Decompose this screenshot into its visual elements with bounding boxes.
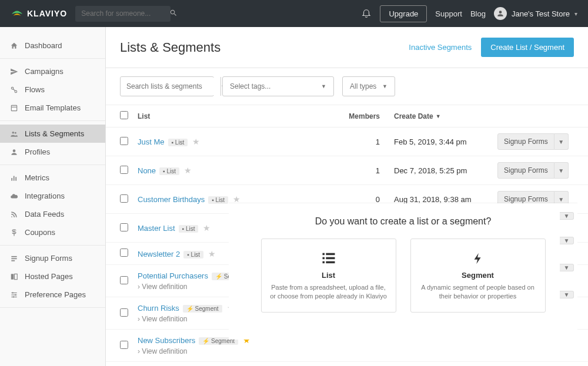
filter-search-input[interactable] <box>121 78 220 95</box>
types-filter-label: All types <box>350 82 376 90</box>
filter-search[interactable] <box>120 76 214 96</box>
row-checkbox[interactable] <box>120 276 128 284</box>
types-filter-dropdown[interactable]: All types ▼ <box>342 76 395 96</box>
svg-rect-9 <box>11 258 16 259</box>
create-modal: Do you want to create a list or a segmen… <box>229 203 577 340</box>
sidebar-item-signup-forms[interactable]: Signup Forms <box>0 249 105 267</box>
rss-icon <box>9 210 19 219</box>
sidebar-item-integrations[interactable]: Integrations <box>0 187 105 205</box>
sidebar-item-profiles[interactable]: Profiles <box>0 143 105 161</box>
row-checkbox[interactable] <box>120 166 128 174</box>
segment-option-title: Segment <box>419 271 537 280</box>
modal-heading: Do you want to create a list or a segmen… <box>246 216 560 227</box>
list-name-link[interactable]: Churn Risks <box>138 304 179 313</box>
row-menu-button[interactable]: ▼ <box>560 264 574 271</box>
send-icon <box>9 68 19 76</box>
svg-rect-22 <box>326 257 335 260</box>
view-definition-link[interactable]: View definition <box>138 347 333 355</box>
sidebar-item-hosted-pages[interactable]: Hosted Pages <box>0 267 105 286</box>
tags-filter-dropdown[interactable]: Select tags... ▼ <box>222 76 334 96</box>
list-name-link[interactable]: Just Me <box>138 137 165 146</box>
column-header-date[interactable]: Create Date ▼ <box>380 112 497 120</box>
list-name-link[interactable]: Potential Purchasers <box>138 271 208 280</box>
global-search-input[interactable] <box>81 9 169 18</box>
sidebar-item-label: Campaigns <box>25 67 64 76</box>
row-menu-button[interactable]: ▼ <box>554 133 569 150</box>
user-menu[interactable]: Jane's Test Store ▾ <box>494 7 577 20</box>
create-date-value: Dec 7, 2018, 5:25 pm <box>380 166 497 175</box>
list-option-desc: Paste from a spreadsheet, upload a file,… <box>270 283 387 301</box>
svg-rect-7 <box>15 177 16 180</box>
row-menu-button[interactable]: ▼ <box>560 237 574 244</box>
favorite-star-icon[interactable]: ★ <box>233 194 240 204</box>
table-row: None▪ List★1Dec 7, 2018, 5:25 pmSignup F… <box>106 156 588 185</box>
favorite-star-icon[interactable]: ★ <box>203 223 211 233</box>
svg-rect-5 <box>11 178 12 181</box>
notifications-icon[interactable] <box>361 8 372 20</box>
search-icon <box>169 9 178 19</box>
sidebar-item-label: Coupons <box>25 228 55 237</box>
column-header-list[interactable]: List <box>138 112 333 120</box>
list-name-link[interactable]: New Subscribers <box>138 336 195 345</box>
sidebar-item-metrics[interactable]: Metrics <box>0 169 105 187</box>
favorite-star-icon[interactable]: ★ <box>192 137 200 146</box>
sidebar-item-lists-segments[interactable]: Lists & Segments <box>0 125 105 143</box>
signup-forms-button[interactable]: Signup Forms <box>497 133 554 150</box>
sidebar-item-dashboard[interactable]: Dashboard <box>0 36 105 55</box>
row-menu-button[interactable]: ▼ <box>560 212 574 220</box>
blog-link[interactable]: Blog <box>470 9 486 18</box>
members-value: 1 <box>333 137 380 146</box>
svg-rect-8 <box>11 256 16 257</box>
svg-point-4 <box>13 149 16 152</box>
create-date-value: Feb 5, 2019, 3:44 pm <box>380 137 497 146</box>
create-list-segment-button[interactable]: Create List / Segment <box>481 38 574 57</box>
list-name-link[interactable]: Newsletter 2 <box>138 250 180 258</box>
create-list-option[interactable]: List Paste from a spreadsheet, upload a … <box>261 239 396 313</box>
row-checkbox[interactable] <box>120 194 128 203</box>
segment-option-desc: A dynamic segment of people based on the… <box>419 283 537 301</box>
row-checkbox[interactable] <box>120 308 128 317</box>
tags-filter-label: Select tags... <box>230 82 270 90</box>
svg-rect-23 <box>322 261 325 264</box>
list-name-link[interactable]: Master List <box>138 224 175 233</box>
create-segment-option[interactable]: Segment A dynamic segment of people base… <box>410 239 546 313</box>
favorite-star-icon[interactable]: ★ <box>208 249 216 258</box>
column-header-members[interactable]: Members <box>333 112 380 120</box>
sidebar-item-flows[interactable]: Flows <box>0 80 105 99</box>
list-name-link[interactable]: Customer Birthdays <box>138 195 205 204</box>
type-badge: ▪ List <box>208 196 228 204</box>
svg-point-18 <box>13 296 14 297</box>
signup-forms-button[interactable]: Signup Forms <box>497 162 554 179</box>
sidebar-item-campaigns[interactable]: Campaigns <box>0 62 105 80</box>
row-checkbox[interactable] <box>120 249 128 257</box>
members-value: 0 <box>333 195 380 204</box>
brand-logo[interactable]: KLAVIYO <box>11 9 67 18</box>
svg-rect-19 <box>322 253 325 256</box>
row-checkbox[interactable] <box>120 223 128 231</box>
type-badge: ⚡ Segment <box>183 305 222 313</box>
list-name-link[interactable]: None <box>138 166 156 175</box>
global-search[interactable] <box>75 6 171 22</box>
table-row: Just Me▪ List★1Feb 5, 2019, 3:44 pmSignu… <box>106 127 588 156</box>
sidebar-item-data-feeds[interactable]: Data Feeds <box>0 205 105 223</box>
svg-point-3 <box>15 132 16 133</box>
row-checkbox[interactable] <box>120 341 128 349</box>
row-menu-button[interactable]: ▼ <box>560 291 574 298</box>
chevron-down-icon: ▼ <box>382 83 387 89</box>
flow-icon <box>9 86 19 94</box>
type-badge: ▪ List <box>179 225 199 233</box>
bolt-icon <box>419 250 537 267</box>
select-all-checkbox[interactable] <box>120 111 128 119</box>
svg-point-17 <box>15 294 16 295</box>
row-menu-button[interactable]: ▼ <box>554 162 569 179</box>
pref-icon <box>9 291 19 299</box>
sidebar-item-coupons[interactable]: Coupons <box>0 223 105 241</box>
sidebar-item-email-templates[interactable]: Email Templates <box>0 99 105 117</box>
row-checkbox[interactable] <box>120 137 128 145</box>
sidebar-item-preference-pages[interactable]: Preference Pages <box>0 286 105 304</box>
favorite-star-icon[interactable]: ★ <box>184 166 192 175</box>
upgrade-button[interactable]: Upgrade <box>380 5 427 22</box>
inactive-segments-link[interactable]: Inactive Segments <box>409 43 472 52</box>
dollar-icon <box>9 229 19 237</box>
support-link[interactable]: Support <box>435 9 462 18</box>
